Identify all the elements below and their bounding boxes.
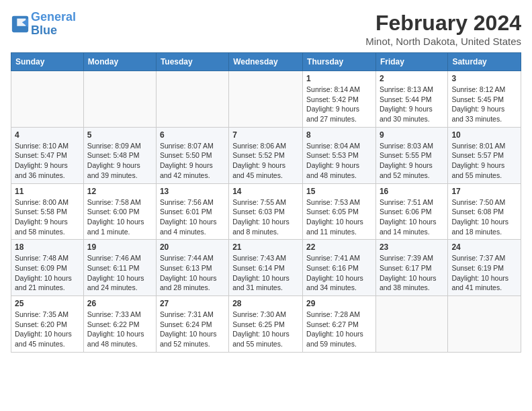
day-header-tuesday: Tuesday bbox=[156, 53, 228, 71]
logo-text: General Blue bbox=[31, 11, 76, 38]
calendar-cell: 10Sunrise: 8:01 AMSunset: 5:57 PMDayligh… bbox=[448, 127, 521, 183]
calendar-cell: 13Sunrise: 7:56 AMSunset: 6:01 PMDayligh… bbox=[156, 183, 228, 240]
calendar-cell bbox=[229, 71, 303, 128]
day-header-friday: Friday bbox=[375, 53, 447, 71]
day-number: 20 bbox=[160, 242, 225, 252]
day-info: Sunrise: 7:58 AMSunset: 6:00 PMDaylight:… bbox=[87, 197, 152, 237]
calendar-week-row: 11Sunrise: 8:00 AMSunset: 5:58 PMDayligh… bbox=[11, 183, 521, 240]
day-info: Sunrise: 8:10 AMSunset: 5:47 PMDaylight:… bbox=[15, 141, 80, 181]
day-number: 6 bbox=[160, 130, 225, 140]
calendar-cell: 22Sunrise: 7:41 AMSunset: 6:16 PMDayligh… bbox=[303, 240, 376, 296]
calendar-cell: 18Sunrise: 7:48 AMSunset: 6:09 PMDayligh… bbox=[11, 240, 84, 296]
day-number: 16 bbox=[380, 187, 444, 196]
day-info: Sunrise: 7:51 AMSunset: 6:06 PMDaylight:… bbox=[380, 197, 444, 237]
calendar-cell: 8Sunrise: 8:04 AMSunset: 5:53 PMDaylight… bbox=[303, 127, 376, 183]
day-info: Sunrise: 7:44 AMSunset: 6:13 PMDaylight:… bbox=[160, 253, 225, 293]
day-info: Sunrise: 8:06 AMSunset: 5:52 PMDaylight:… bbox=[232, 141, 299, 181]
calendar-table: SundayMondayTuesdayWednesdayThursdayFrid… bbox=[11, 52, 521, 353]
day-header-saturday: Saturday bbox=[448, 53, 521, 71]
calendar-cell: 12Sunrise: 7:58 AMSunset: 6:00 PMDayligh… bbox=[83, 183, 156, 240]
day-info: Sunrise: 7:30 AMSunset: 6:25 PMDaylight:… bbox=[232, 310, 299, 349]
calendar-cell: 28Sunrise: 7:30 AMSunset: 6:25 PMDayligh… bbox=[229, 296, 303, 353]
day-number: 21 bbox=[232, 242, 299, 252]
calendar-cell: 2Sunrise: 8:13 AMSunset: 5:44 PMDaylight… bbox=[375, 71, 447, 128]
day-info: Sunrise: 7:37 AMSunset: 6:19 PMDaylight:… bbox=[451, 253, 517, 293]
calendar-cell: 27Sunrise: 7:31 AMSunset: 6:24 PMDayligh… bbox=[156, 296, 228, 353]
month-title: February 2024 bbox=[365, 11, 521, 36]
calendar-cell: 23Sunrise: 7:39 AMSunset: 6:17 PMDayligh… bbox=[375, 240, 447, 296]
calendar-cell: 21Sunrise: 7:43 AMSunset: 6:14 PMDayligh… bbox=[229, 240, 303, 296]
title-block: February 2024 Minot, North Dakota, Unite… bbox=[365, 11, 521, 47]
calendar-cell bbox=[156, 71, 228, 128]
day-number: 29 bbox=[306, 299, 372, 308]
calendar-cell: 16Sunrise: 7:51 AMSunset: 6:06 PMDayligh… bbox=[375, 183, 447, 240]
calendar-cell bbox=[11, 71, 84, 128]
day-number: 8 bbox=[306, 130, 372, 140]
day-number: 27 bbox=[160, 299, 225, 308]
calendar-cell: 17Sunrise: 7:50 AMSunset: 6:08 PMDayligh… bbox=[448, 183, 521, 240]
day-number: 3 bbox=[451, 74, 517, 83]
day-info: Sunrise: 8:13 AMSunset: 5:44 PMDaylight:… bbox=[380, 85, 444, 124]
day-header-thursday: Thursday bbox=[303, 53, 376, 71]
day-info: Sunrise: 7:39 AMSunset: 6:17 PMDaylight:… bbox=[380, 253, 444, 293]
calendar-week-row: 18Sunrise: 7:48 AMSunset: 6:09 PMDayligh… bbox=[11, 240, 521, 296]
day-info: Sunrise: 8:01 AMSunset: 5:57 PMDaylight:… bbox=[451, 141, 517, 181]
calendar-cell: 5Sunrise: 8:09 AMSunset: 5:48 PMDaylight… bbox=[83, 127, 156, 183]
day-info: Sunrise: 7:35 AMSunset: 6:20 PMDaylight:… bbox=[15, 310, 80, 349]
day-info: Sunrise: 8:12 AMSunset: 5:45 PMDaylight:… bbox=[451, 85, 517, 124]
day-number: 26 bbox=[87, 299, 152, 308]
day-info: Sunrise: 8:07 AMSunset: 5:50 PMDaylight:… bbox=[160, 141, 225, 181]
day-info: Sunrise: 7:55 AMSunset: 6:03 PMDaylight:… bbox=[232, 197, 299, 237]
calendar-cell: 9Sunrise: 8:03 AMSunset: 5:55 PMDaylight… bbox=[375, 127, 447, 183]
day-info: Sunrise: 7:48 AMSunset: 6:09 PMDaylight:… bbox=[15, 253, 80, 293]
day-info: Sunrise: 7:56 AMSunset: 6:01 PMDaylight:… bbox=[160, 197, 225, 237]
day-number: 10 bbox=[451, 130, 517, 140]
day-number: 1 bbox=[306, 74, 372, 83]
day-number: 7 bbox=[232, 130, 299, 140]
day-header-wednesday: Wednesday bbox=[229, 53, 303, 71]
day-number: 14 bbox=[232, 187, 299, 196]
day-info: Sunrise: 8:04 AMSunset: 5:53 PMDaylight:… bbox=[306, 141, 372, 181]
day-info: Sunrise: 7:43 AMSunset: 6:14 PMDaylight:… bbox=[232, 253, 299, 293]
day-info: Sunrise: 7:31 AMSunset: 6:24 PMDaylight:… bbox=[160, 310, 225, 349]
location-title: Minot, North Dakota, United States bbox=[365, 36, 521, 47]
calendar-body: 1Sunrise: 8:14 AMSunset: 5:42 PMDaylight… bbox=[11, 71, 521, 353]
day-header-monday: Monday bbox=[83, 53, 156, 71]
day-info: Sunrise: 7:46 AMSunset: 6:11 PMDaylight:… bbox=[87, 253, 152, 293]
calendar-cell: 11Sunrise: 8:00 AMSunset: 5:58 PMDayligh… bbox=[11, 183, 84, 240]
day-info: Sunrise: 8:03 AMSunset: 5:55 PMDaylight:… bbox=[380, 141, 444, 181]
day-number: 9 bbox=[380, 130, 444, 140]
day-number: 5 bbox=[87, 130, 152, 140]
calendar-cell bbox=[375, 296, 447, 353]
calendar-cell: 25Sunrise: 7:35 AMSunset: 6:20 PMDayligh… bbox=[11, 296, 84, 353]
calendar-cell: 3Sunrise: 8:12 AMSunset: 5:45 PMDaylight… bbox=[448, 71, 521, 128]
calendar-cell: 19Sunrise: 7:46 AMSunset: 6:11 PMDayligh… bbox=[83, 240, 156, 296]
day-number: 17 bbox=[451, 187, 517, 196]
day-info: Sunrise: 8:09 AMSunset: 5:48 PMDaylight:… bbox=[87, 141, 152, 181]
calendar-cell: 6Sunrise: 8:07 AMSunset: 5:50 PMDaylight… bbox=[156, 127, 228, 183]
calendar-cell: 20Sunrise: 7:44 AMSunset: 6:13 PMDayligh… bbox=[156, 240, 228, 296]
day-info: Sunrise: 8:14 AMSunset: 5:42 PMDaylight:… bbox=[306, 85, 372, 124]
calendar-cell bbox=[448, 296, 521, 353]
day-number: 13 bbox=[160, 187, 225, 196]
day-number: 18 bbox=[15, 242, 80, 252]
calendar-week-row: 25Sunrise: 7:35 AMSunset: 6:20 PMDayligh… bbox=[11, 296, 521, 353]
calendar-cell: 24Sunrise: 7:37 AMSunset: 6:19 PMDayligh… bbox=[448, 240, 521, 296]
page-header: General Blue February 2024 Minot, North … bbox=[11, 11, 521, 47]
calendar-header-row: SundayMondayTuesdayWednesdayThursdayFrid… bbox=[11, 53, 521, 71]
day-header-sunday: Sunday bbox=[11, 53, 84, 71]
day-number: 19 bbox=[87, 242, 152, 252]
day-number: 4 bbox=[15, 130, 80, 140]
calendar-cell: 26Sunrise: 7:33 AMSunset: 6:22 PMDayligh… bbox=[83, 296, 156, 353]
calendar-week-row: 1Sunrise: 8:14 AMSunset: 5:42 PMDaylight… bbox=[11, 71, 521, 128]
logo-icon bbox=[11, 15, 30, 34]
day-number: 2 bbox=[380, 74, 444, 83]
day-number: 24 bbox=[451, 242, 517, 252]
day-number: 12 bbox=[87, 187, 152, 196]
calendar-cell: 7Sunrise: 8:06 AMSunset: 5:52 PMDaylight… bbox=[229, 127, 303, 183]
day-info: Sunrise: 7:28 AMSunset: 6:27 PMDaylight:… bbox=[306, 310, 372, 349]
day-info: Sunrise: 7:50 AMSunset: 6:08 PMDaylight:… bbox=[451, 197, 517, 237]
day-number: 23 bbox=[380, 242, 444, 252]
logo: General Blue bbox=[11, 11, 76, 38]
calendar-cell: 15Sunrise: 7:53 AMSunset: 6:05 PMDayligh… bbox=[303, 183, 376, 240]
